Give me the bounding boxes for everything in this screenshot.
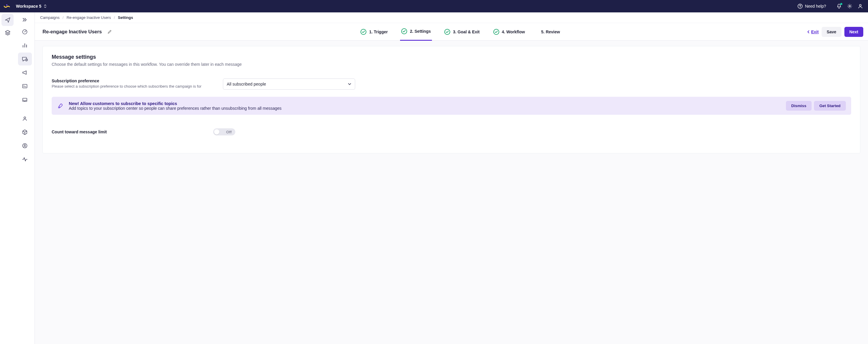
inbox-icon bbox=[22, 97, 28, 103]
rocket-icon bbox=[57, 103, 64, 109]
nav-segments[interactable] bbox=[18, 139, 32, 152]
nav-objects[interactable] bbox=[18, 126, 32, 139]
exit-label: Exit bbox=[811, 30, 819, 34]
step-trigger[interactable]: 1. Trigger bbox=[359, 23, 389, 41]
topics-banner: New! Allow customers to subscribe to spe… bbox=[52, 97, 851, 115]
check-icon bbox=[401, 28, 407, 34]
breadcrumb: Campaigns / Re-engage Inactive Users / S… bbox=[35, 12, 868, 23]
step-label: 5. Review bbox=[541, 30, 560, 34]
svg-point-4 bbox=[860, 4, 861, 6]
svg-point-11 bbox=[24, 144, 25, 146]
breadcrumb-current: Settings bbox=[118, 15, 133, 20]
step-workflow[interactable]: 4. Workflow bbox=[492, 23, 526, 41]
message-limit-toggle[interactable]: Off bbox=[213, 128, 235, 135]
rail-item-layers[interactable] bbox=[1, 27, 13, 39]
nav-deliveries[interactable] bbox=[18, 93, 32, 106]
primary-nav-rail bbox=[0, 12, 15, 344]
workspace-name: Workspace 5 bbox=[16, 4, 41, 8]
step-review[interactable]: 5. Review bbox=[537, 23, 561, 41]
nav-broadcasts[interactable] bbox=[18, 66, 32, 79]
rename-button[interactable] bbox=[106, 28, 114, 36]
message-limit-row: Count toward message limit Off bbox=[52, 128, 851, 135]
banner-desc: Add topics to your subscription center s… bbox=[69, 106, 781, 111]
send-icon bbox=[5, 17, 11, 23]
step-label: 1. Trigger bbox=[369, 30, 388, 34]
svg-rect-8 bbox=[23, 84, 27, 88]
message-limit-label: Count toward message limit bbox=[52, 130, 107, 134]
nav-transactional[interactable] bbox=[18, 80, 32, 93]
chevron-double-right-icon bbox=[22, 18, 27, 22]
workspace-switcher[interactable]: Workspace 5 bbox=[16, 4, 46, 8]
check-icon bbox=[361, 29, 366, 35]
message-arrow-icon bbox=[22, 56, 28, 62]
chevron-left-icon bbox=[807, 30, 810, 34]
chevron-down-icon bbox=[348, 83, 351, 85]
step-label: 3. Goal & Exit bbox=[453, 30, 479, 34]
toggle-state: Off bbox=[226, 130, 232, 134]
notifications-button[interactable] bbox=[836, 3, 842, 9]
breadcrumb-sep: / bbox=[63, 15, 64, 20]
card-subtext: Choose the default settings for messages… bbox=[52, 62, 851, 67]
subscription-select[interactable]: All subscribed people bbox=[223, 78, 355, 90]
cube-icon bbox=[22, 129, 28, 135]
account-button[interactable] bbox=[857, 3, 863, 9]
svg-point-6 bbox=[25, 32, 25, 32]
expand-nav-button[interactable] bbox=[18, 15, 32, 25]
layers-icon bbox=[5, 30, 11, 36]
need-help-label: Need help? bbox=[805, 4, 826, 8]
activity-icon bbox=[22, 157, 28, 162]
secondary-nav bbox=[15, 12, 35, 344]
breadcrumb-campaign-name[interactable]: Re-engage Inactive Users bbox=[66, 15, 111, 20]
sub-header: Re-engage Inactive Users 1. Trigger 2. S… bbox=[35, 23, 868, 41]
person-circle-icon bbox=[22, 143, 28, 149]
header-actions: Exit Save Next bbox=[807, 27, 863, 37]
subscription-row: Subscription preference Please select a … bbox=[52, 78, 851, 90]
banner-title: New! Allow customers to subscribe to spe… bbox=[69, 101, 781, 106]
step-goal-exit[interactable]: 3. Goal & Exit bbox=[443, 23, 480, 41]
megaphone-icon bbox=[22, 70, 28, 75]
terminal-icon bbox=[22, 83, 28, 89]
subscription-label: Subscription preference bbox=[52, 78, 211, 83]
content-area: Message settings Choose the default sett… bbox=[35, 41, 868, 344]
updown-icon bbox=[44, 4, 46, 8]
user-icon bbox=[858, 4, 863, 9]
main-area: Campaigns / Re-engage Inactive Users / S… bbox=[35, 12, 868, 344]
svg-point-9 bbox=[24, 117, 26, 118]
next-button[interactable]: Next bbox=[844, 27, 863, 37]
gear-icon bbox=[847, 4, 852, 9]
rail-item-send[interactable] bbox=[1, 14, 13, 26]
need-help-link[interactable]: Need help? bbox=[798, 4, 826, 9]
exit-link[interactable]: Exit bbox=[807, 30, 819, 34]
page-title: Re-engage Inactive Users bbox=[42, 29, 102, 35]
step-label: 4. Workflow bbox=[502, 30, 525, 34]
wizard-steps: 1. Trigger 2. Settings 3. Goal & Exit 4.… bbox=[118, 23, 803, 41]
nav-activity[interactable] bbox=[18, 153, 32, 166]
svg-point-0 bbox=[6, 4, 7, 6]
step-settings[interactable]: 2. Settings bbox=[400, 23, 432, 41]
check-icon bbox=[493, 29, 499, 35]
breadcrumb-campaigns[interactable]: Campaigns bbox=[40, 15, 60, 20]
nav-analytics[interactable] bbox=[18, 39, 32, 52]
nav-campaigns[interactable] bbox=[18, 53, 32, 66]
person-icon bbox=[22, 116, 28, 122]
nav-people[interactable] bbox=[18, 112, 32, 125]
settings-card: Message settings Choose the default sett… bbox=[42, 46, 860, 153]
check-icon bbox=[444, 29, 450, 35]
toggle-knob bbox=[214, 129, 219, 135]
subscription-value: All subscribed people bbox=[227, 82, 266, 87]
card-heading: Message settings bbox=[52, 54, 851, 60]
svg-point-3 bbox=[849, 6, 850, 7]
step-label: 2. Settings bbox=[410, 29, 431, 34]
notification-dot bbox=[840, 3, 842, 5]
subscription-help: Please select a subscription preference … bbox=[52, 84, 211, 89]
nav-dashboard[interactable] bbox=[18, 25, 32, 38]
pencil-icon bbox=[107, 30, 112, 34]
save-button[interactable]: Save bbox=[822, 27, 841, 37]
settings-button[interactable] bbox=[847, 3, 852, 9]
bar-chart-icon bbox=[22, 42, 28, 48]
get-started-button[interactable]: Get Started bbox=[814, 101, 846, 111]
dismiss-button[interactable]: Dismiss bbox=[786, 101, 812, 111]
subscription-field: Subscription preference Please select a … bbox=[52, 78, 211, 89]
breadcrumb-sep: / bbox=[114, 15, 115, 20]
svg-point-2 bbox=[800, 7, 800, 8]
